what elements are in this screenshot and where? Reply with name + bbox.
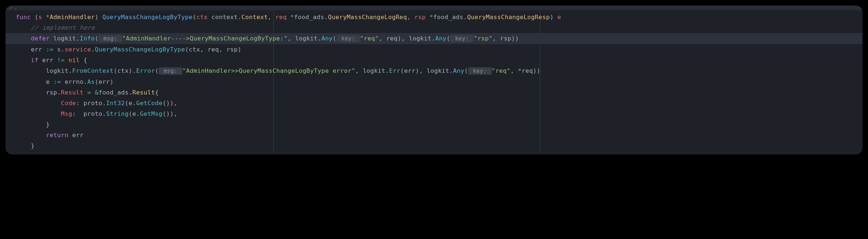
dot: . xyxy=(57,89,61,96)
method-as: As xyxy=(87,78,94,85)
code-line[interactable]: Code: proto.Int32(e.GetCode()), xyxy=(6,98,862,108)
keyword-func: func xyxy=(16,14,31,21)
code-line[interactable]: e := errno.As(err) xyxy=(6,76,862,87)
code-editor[interactable]: ⤢ ⌄ func (s *AdminHandler) QueryMassChan… xyxy=(6,6,862,154)
field-result: Result xyxy=(61,89,83,96)
code-line[interactable]: return err xyxy=(6,130,862,140)
comma: , xyxy=(510,67,518,74)
method-query: QueryMassChangeLogByType xyxy=(95,46,185,53)
paren: ( xyxy=(333,35,336,42)
brace: { xyxy=(155,89,159,96)
indent xyxy=(16,57,31,64)
assign-op: := xyxy=(46,46,57,53)
assign-op: := xyxy=(53,78,65,85)
method-any: Any xyxy=(453,67,465,74)
dot: . xyxy=(463,14,467,21)
ident-e: e xyxy=(46,78,53,85)
ident-logkit: logkit xyxy=(295,35,318,42)
method-getcode: GetCode xyxy=(136,100,163,107)
ident-logkit: logkit xyxy=(46,67,68,74)
paren: ) xyxy=(95,14,102,21)
dot: . xyxy=(238,14,241,21)
ident-ctx: ctx xyxy=(189,46,200,53)
code-area[interactable]: func (s *AdminHandler) QueryMassChangeLo… xyxy=(6,10,862,153)
code-line[interactable]: // implement here xyxy=(6,22,862,33)
eq-op: = xyxy=(83,89,95,96)
indent xyxy=(16,121,46,128)
indent xyxy=(16,100,61,107)
pkg-foodads: food_ads xyxy=(98,89,129,96)
dot: . xyxy=(132,67,136,74)
paren: )) xyxy=(533,67,540,74)
string-literal: "AdminHandler---->QueryMassChangeLogByTy… xyxy=(122,35,287,42)
dot: . xyxy=(61,46,65,53)
type-context: Context xyxy=(241,14,268,21)
code-line[interactable]: if err != nil { xyxy=(6,55,862,65)
pkg-context: context xyxy=(211,14,238,21)
paren: ( xyxy=(95,78,98,85)
param-hint-key: key: xyxy=(468,67,492,75)
comma: , xyxy=(200,46,207,53)
paren: ) xyxy=(110,78,114,85)
ident-err: err xyxy=(404,67,416,74)
ident-rsp: rsp xyxy=(226,46,238,53)
return-e: e xyxy=(557,14,561,21)
code-line-highlighted[interactable]: defer logkit.Info( msg: "AdminHandler---… xyxy=(6,33,862,44)
brace: { xyxy=(80,57,87,64)
comma: , xyxy=(379,35,386,42)
comma: , xyxy=(287,35,295,42)
dot: . xyxy=(102,110,106,117)
method-fromcontext: FromContext xyxy=(72,67,114,74)
paren: ( xyxy=(31,14,38,21)
paren: ( xyxy=(193,14,196,21)
code-line[interactable]: } xyxy=(6,140,862,151)
code-line[interactable]: logkit.FromContext(ctx).Error( msg: "Adm… xyxy=(6,65,862,76)
type-resp: QueryMassChangeLogResp xyxy=(467,14,550,21)
comma: , xyxy=(219,46,226,53)
field-msg: Msg xyxy=(61,110,72,117)
ident-ctx: ctx xyxy=(117,67,129,74)
dot: . xyxy=(83,78,87,85)
comment: // implement here xyxy=(31,24,95,31)
colon: : xyxy=(72,110,84,117)
code-line[interactable]: func (s *AdminHandler) QueryMassChangeLo… xyxy=(6,12,862,22)
colon: : xyxy=(76,100,83,107)
ident-logkit: logkit xyxy=(363,67,385,74)
indent xyxy=(16,142,31,149)
type-req: QueryMassChangeLogReq xyxy=(328,14,407,21)
indent xyxy=(16,78,46,85)
ident-err: err xyxy=(31,46,46,53)
ident-req: req xyxy=(208,46,219,53)
indent xyxy=(16,35,31,42)
paren: ( xyxy=(129,110,132,117)
amp: & xyxy=(95,89,98,96)
param-hint-key: key: xyxy=(337,35,360,42)
star: * xyxy=(518,67,521,74)
call: () xyxy=(162,110,170,117)
comma: , xyxy=(355,67,363,74)
editor-top-bar: ⤢ ⌄ xyxy=(6,6,862,10)
paren: ) xyxy=(398,35,401,42)
ident-s: s xyxy=(57,46,61,53)
comma: , xyxy=(419,67,427,74)
ident-rsp: rsp xyxy=(500,35,512,42)
ident-errno: errno xyxy=(65,78,83,85)
dot: . xyxy=(136,110,140,117)
string-literal: "req" xyxy=(360,35,379,42)
dot: . xyxy=(385,67,389,74)
code-line[interactable]: Msg: proto.String(e.GetMsg()), xyxy=(6,108,862,119)
type-adminhandler: AdminHandler xyxy=(50,14,95,21)
ident-err: err xyxy=(98,78,110,85)
param-rsp: rsp xyxy=(415,14,430,21)
ne-op: != xyxy=(57,57,69,64)
param-hint-key: key: xyxy=(450,35,474,42)
code-line[interactable]: } xyxy=(6,119,862,130)
paren: ( xyxy=(155,67,159,74)
comma: , xyxy=(268,14,275,21)
code-line[interactable]: err := s.service.QueryMassChangeLogByTyp… xyxy=(6,44,862,55)
method-string: String xyxy=(106,110,129,117)
code-line[interactable]: rsp.Result = &food_ads.Result{ xyxy=(6,87,862,98)
star: * xyxy=(290,14,294,21)
pkg-foodads: food_ads xyxy=(433,14,463,21)
paren: ( xyxy=(114,67,117,74)
